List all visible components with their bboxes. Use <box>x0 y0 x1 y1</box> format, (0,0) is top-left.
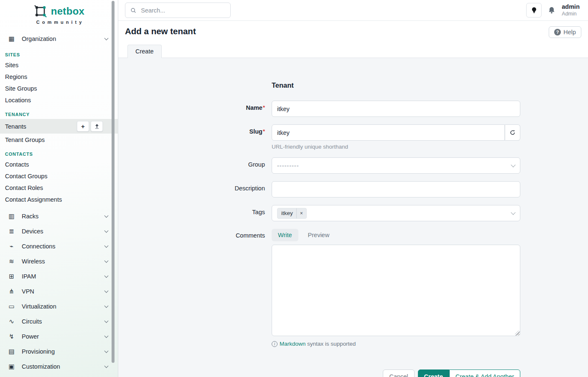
name-field[interactable] <box>272 101 520 117</box>
netbox-logo[interactable]: netbox Community <box>0 0 118 25</box>
sidebar-item-power[interactable]: ↯ Power <box>0 329 118 344</box>
sidebar-item-racks[interactable]: ▥ Racks <box>0 209 118 224</box>
cancel-button[interactable]: Cancel <box>383 369 414 377</box>
slug-field[interactable] <box>272 124 505 141</box>
group-select[interactable]: --------- <box>272 157 520 174</box>
racks-icon: ▥ <box>8 213 15 220</box>
page-title: Add a new tenant <box>125 26 196 36</box>
comments-field[interactable] <box>272 245 520 336</box>
chevron-down-icon <box>104 244 109 248</box>
sidebar-item-provisioning[interactable]: ▤ Provisioning <box>0 344 118 359</box>
create-button[interactable]: Create <box>418 369 449 377</box>
import-tenants-button[interactable] <box>91 121 103 132</box>
sidebar-nav: ▦ Organization Sites Sites Regions Site … <box>0 31 118 374</box>
tenants-actions: + <box>77 121 103 132</box>
virtualization-icon: ▭ <box>8 303 15 310</box>
chevron-down-icon <box>104 334 109 338</box>
chevron-down-icon <box>104 289 109 293</box>
section-title-contacts: Contacts <box>0 146 118 159</box>
group-placeholder: --------- <box>277 162 299 169</box>
chevron-down-icon <box>104 364 109 368</box>
page-header: Add a new tenant ? Help <box>118 21 588 38</box>
import-icon <box>94 124 99 129</box>
name-label: Name* <box>125 101 265 111</box>
brand-subtitle: Community <box>0 20 118 25</box>
search-icon <box>130 7 136 14</box>
form-section-heading: Tenant <box>272 81 520 89</box>
markdown-note: i Markdown syntax is supported <box>272 341 520 347</box>
sidebar-item-devices[interactable]: ≣ Devices <box>0 224 118 239</box>
write-tab[interactable]: Write <box>272 229 298 241</box>
brand-name: netbox <box>51 5 84 17</box>
sidebar-item-contact-roles[interactable]: Contact Roles <box>0 182 118 193</box>
sidebar-item-label: Organization <box>22 35 56 42</box>
sidebar-item-sites[interactable]: Sites <box>0 59 118 71</box>
vpn-icon: ⋔ <box>8 288 15 295</box>
plus-icon: + <box>81 123 85 130</box>
create-and-add-another-button[interactable]: Create & Add Another <box>449 369 520 377</box>
connections-icon: ⌁ <box>8 243 15 250</box>
section-title-sites: Sites <box>0 46 118 59</box>
slug-label: Slug* <box>125 124 265 135</box>
theme-toggle-button[interactable] <box>526 3 542 18</box>
sidebar-item-ipam[interactable]: ⊞ IPAM <box>0 269 118 284</box>
power-icon: ↯ <box>8 333 15 340</box>
sidebar-item-connections[interactable]: ⌁ Connections <box>0 239 118 254</box>
sidebar-item-tenant-groups[interactable]: Tenant Groups <box>0 134 118 145</box>
ipam-icon: ⊞ <box>8 273 15 280</box>
sidebar-item-organization[interactable]: ▦ Organization <box>0 31 118 46</box>
sidebar-item-vpn[interactable]: ⋔ VPN <box>0 284 118 299</box>
chevron-down-icon <box>104 274 109 278</box>
sidebar-item-contact-groups[interactable]: Contact Groups <box>0 170 118 182</box>
chevron-down-icon <box>104 319 109 323</box>
description-field[interactable] <box>272 181 520 197</box>
sidebar-item-circuits[interactable]: ∿ Circuits <box>0 314 118 329</box>
sidebar-item-virtualization[interactable]: ▭ Virtualization <box>0 299 118 314</box>
tag-chip-label: itkey <box>281 210 293 216</box>
preview-tab[interactable]: Preview <box>302 229 336 241</box>
chevron-down-icon <box>104 259 109 263</box>
user-role: Admin <box>562 11 580 17</box>
top-header: admin Admin <box>118 0 588 21</box>
add-tenant-button[interactable]: + <box>77 121 89 132</box>
regenerate-slug-button[interactable] <box>505 124 521 141</box>
tab-create[interactable]: Create <box>127 45 162 58</box>
remove-tag-button[interactable]: × <box>296 208 306 218</box>
main-area: admin Admin Add a new tenant ? Help Crea… <box>118 0 588 377</box>
notifications-button[interactable] <box>548 6 555 14</box>
chevron-down-icon <box>104 304 109 308</box>
required-asterisk: * <box>263 104 265 111</box>
comments-label: Comments <box>125 229 265 239</box>
slug-help-text: URL-friendly unique shorthand <box>272 144 520 150</box>
sidebar-item-locations[interactable]: Locations <box>0 94 118 106</box>
group-label: Group <box>125 157 265 168</box>
sidebar-item-regions[interactable]: Regions <box>0 71 118 82</box>
devices-icon: ≣ <box>8 228 15 235</box>
markdown-link[interactable]: Markdown <box>280 341 305 347</box>
tags-select[interactable]: itkey × <box>272 205 520 221</box>
sidebar-scrollbar[interactable] <box>112 1 115 363</box>
help-button[interactable]: ? Help <box>549 26 581 38</box>
chevron-down-icon <box>511 210 515 215</box>
organization-icon: ▦ <box>8 35 15 43</box>
sidebar-item-customization[interactable]: ▣ Customization <box>0 359 118 374</box>
chevron-down-icon <box>104 214 109 218</box>
description-label: Description <box>125 181 265 192</box>
sidebar-item-site-groups[interactable]: Site Groups <box>0 83 118 94</box>
sidebar-item-contact-assignments[interactable]: Contact Assignments <box>0 194 118 205</box>
sidebar-item-contacts[interactable]: Contacts <box>0 159 118 170</box>
section-title-tenancy: Tenancy <box>0 106 118 119</box>
user-menu[interactable]: admin Admin <box>562 3 581 17</box>
sidebar-item-tenants[interactable]: Tenants + <box>0 119 118 134</box>
search-box[interactable] <box>125 3 231 18</box>
form-content: Tenant Name* Slug* URL-friendly unique s… <box>118 58 588 377</box>
tags-label: Tags <box>125 205 265 215</box>
search-input[interactable] <box>141 7 225 14</box>
chevron-down-icon <box>104 36 109 40</box>
tab-bar: Create <box>118 45 588 58</box>
wireless-icon: ≋ <box>8 258 15 265</box>
comments-editor-tabs: Write Preview <box>272 229 520 241</box>
chevron-down-icon <box>104 349 109 353</box>
sidebar-item-wireless[interactable]: ≋ Wireless <box>0 254 118 269</box>
customization-icon: ▣ <box>8 363 15 370</box>
